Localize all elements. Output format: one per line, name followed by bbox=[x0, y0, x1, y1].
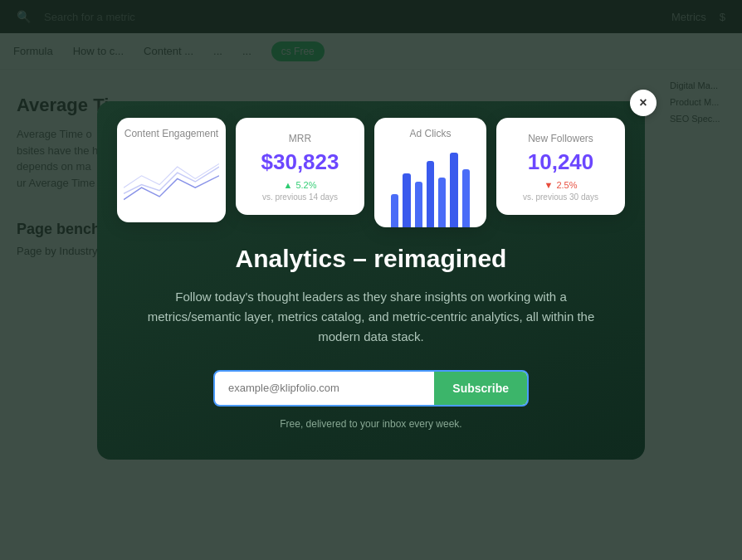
modal-disclaimer: Free, delivered to your inbox every week… bbox=[137, 418, 605, 430]
mrr-compare: vs. previous 14 days bbox=[252, 192, 348, 202]
modal-body: Analytics – reimagined Follow today's th… bbox=[97, 219, 645, 430]
bar-4 bbox=[427, 161, 434, 227]
new-followers-card: New Followers 10,240 ▼ 2.5% vs. previous… bbox=[496, 118, 625, 215]
mrr-title: MRR bbox=[252, 133, 348, 144]
modal: × Content Engagement MRR $30,823 ▲ 5.2% bbox=[97, 101, 645, 460]
mrr-badge-value: 5.2% bbox=[295, 180, 316, 190]
new-followers-badge-value: 2.5% bbox=[556, 180, 577, 190]
ad-clicks-chart bbox=[383, 144, 478, 227]
mrr-card: MRR $30,823 ▲ 5.2% vs. previous 14 days bbox=[236, 118, 364, 215]
new-followers-title: New Followers bbox=[513, 133, 608, 144]
modal-headline: Analytics – reimagined bbox=[137, 244, 605, 274]
new-followers-badge: ▼ 2.5% bbox=[513, 180, 608, 190]
bar-5 bbox=[438, 178, 446, 227]
cards-row: Content Engagement MRR $30,823 ▲ 5.2% vs… bbox=[97, 101, 645, 227]
subscribe-row: Subscribe bbox=[137, 370, 605, 407]
ad-clicks-card: Ad Clicks bbox=[374, 118, 486, 227]
mrr-badge: ▲ 5.2% bbox=[252, 180, 348, 190]
bar-7 bbox=[462, 169, 470, 227]
new-followers-value: 10,240 bbox=[513, 149, 608, 175]
new-followers-compare: vs. previous 30 days bbox=[513, 192, 608, 202]
ad-clicks-title: Ad Clicks bbox=[383, 128, 478, 139]
arrow-up-icon: ▲ bbox=[284, 180, 293, 190]
bar-2 bbox=[403, 173, 410, 227]
close-icon: × bbox=[639, 95, 647, 110]
content-engagement-chart bbox=[124, 144, 219, 219]
email-input-wrapper: Subscribe bbox=[213, 370, 529, 407]
modal-close-button[interactable]: × bbox=[630, 90, 657, 116]
bar-6 bbox=[450, 153, 457, 227]
arrow-down-icon: ▼ bbox=[544, 180, 554, 190]
email-input[interactable] bbox=[215, 372, 434, 405]
content-engagement-title: Content Engagement bbox=[124, 128, 219, 139]
mrr-value: $30,823 bbox=[252, 149, 348, 175]
subscribe-button[interactable]: Subscribe bbox=[434, 372, 527, 405]
content-engagement-card: Content Engagement bbox=[117, 118, 226, 222]
bar-3 bbox=[415, 182, 422, 227]
modal-subtext: Follow today's thought leaders as they s… bbox=[137, 287, 605, 347]
bar-1 bbox=[391, 194, 398, 227]
